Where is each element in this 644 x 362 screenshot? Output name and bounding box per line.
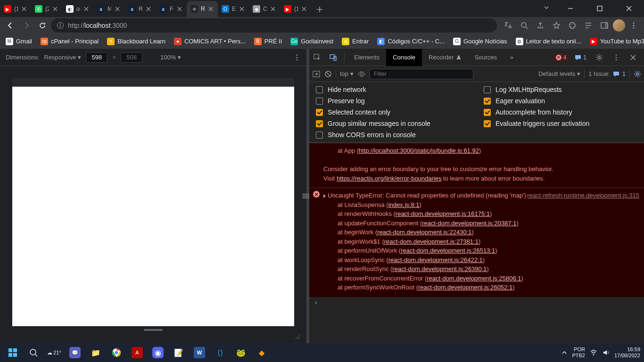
- error-count-badge[interactable]: ✕4: [552, 53, 570, 62]
- taskbar-chrome-icon[interactable]: [107, 345, 125, 360]
- bookmark-item[interactable]: ◧Códigos C/C++ - C...: [373, 35, 448, 48]
- window-close-button[interactable]: [619, 1, 639, 16]
- chrome-menu-icon[interactable]: [626, 18, 641, 33]
- devtools-close-icon[interactable]: [625, 49, 641, 66]
- bookmark-star-icon[interactable]: [549, 18, 564, 33]
- viewport-resize-handle[interactable]: [144, 329, 163, 331]
- taskbar-word-icon[interactable]: W: [190, 345, 208, 360]
- taskbar-search-icon[interactable]: [25, 345, 42, 360]
- browser-tab[interactable]: aFórum |: [156, 1, 187, 17]
- chk-selected-context[interactable]: Selected context only: [316, 108, 470, 116]
- tab-recorder[interactable]: Recorder: [422, 49, 468, 66]
- wifi-icon[interactable]: [590, 349, 597, 356]
- bookmark-item[interactable]: GoGorilainvest: [287, 35, 337, 48]
- issues-chip[interactable]: 1 Issue: 1: [588, 70, 626, 77]
- taskbar-teams-icon[interactable]: 💬: [66, 345, 84, 360]
- execution-context-select[interactable]: top ▾: [340, 70, 354, 77]
- chevron-down-icon[interactable]: [543, 4, 552, 13]
- responsive-mode-select[interactable]: Responsive ▾: [44, 54, 82, 61]
- volume-icon[interactable]: [602, 349, 610, 356]
- bookmark-item[interactable]: GGoogle Notícias: [449, 35, 511, 48]
- browser-tab[interactable]: OEmail – r: [218, 1, 249, 17]
- window-minimize-button[interactable]: [560, 1, 581, 16]
- bookmark-item[interactable]: ✎Blackboard Learn: [103, 35, 169, 48]
- taskbar-clock[interactable]: 16:5917/08/2022: [614, 346, 640, 359]
- forward-button[interactable]: [19, 18, 34, 33]
- side-panel-icon[interactable]: [597, 18, 612, 33]
- bookmark-item[interactable]: ◎Entrar: [338, 35, 372, 48]
- browser-tab[interactable]: ◐organo/: [62, 1, 93, 17]
- browser-tab[interactable]: aReact: de: [124, 1, 156, 17]
- stack-link[interactable]: react-dom.development.js:26390:1: [392, 265, 487, 272]
- start-button[interactable]: [4, 345, 22, 360]
- tab-close-icon[interactable]: [52, 6, 58, 12]
- tab-close-icon[interactable]: [83, 6, 90, 12]
- reload-button[interactable]: [35, 18, 50, 33]
- taskbar-weather[interactable]: ☁21°: [45, 345, 63, 360]
- chk-hide-network[interactable]: Hide network: [316, 86, 470, 93]
- browser-tab[interactable]: ⚛React Ap: [187, 1, 218, 17]
- stack-link[interactable]: http://localhost:3000/static/js/bundle.j…: [359, 147, 479, 154]
- taskbar-notepad-icon[interactable]: 📝: [170, 345, 188, 360]
- tab-sources[interactable]: Sources: [468, 49, 504, 66]
- stack-link[interactable]: react-dom.development.js:26422:1: [388, 256, 483, 263]
- console-sidebar-toggle-icon[interactable]: [312, 70, 321, 78]
- tab-console[interactable]: Console: [386, 49, 422, 66]
- tab-close-icon[interactable]: [239, 6, 245, 12]
- translate-icon[interactable]: [501, 18, 516, 33]
- reading-list-icon[interactable]: [581, 18, 596, 33]
- viewport-height-input[interactable]: [121, 52, 142, 63]
- taskbar-explorer-icon[interactable]: 📁: [87, 345, 105, 360]
- tab-close-icon[interactable]: [21, 6, 27, 12]
- stack-link[interactable]: react-dom.development.js:22430:1: [377, 229, 471, 236]
- viewport-width-input[interactable]: [86, 52, 107, 63]
- zoom-icon[interactable]: [517, 18, 532, 33]
- bookmark-item[interactable]: ◍Leitor de texto onli...: [512, 35, 585, 48]
- chk-eager-eval[interactable]: Eager evaluation: [484, 97, 637, 105]
- back-button[interactable]: [3, 18, 18, 33]
- device-toolbar-menu-icon[interactable]: [293, 54, 301, 61]
- chk-log-xhr[interactable]: Log XMLHttpRequests: [484, 86, 637, 93]
- tab-close-icon[interactable]: [114, 6, 121, 12]
- bookmark-item[interactable]: BPRÉ II: [250, 35, 286, 48]
- taskbar-app-icon[interactable]: 🐸: [232, 345, 250, 360]
- address-bar[interactable]: http://localhost:3000: [51, 18, 497, 33]
- tab-close-icon[interactable]: [270, 6, 276, 12]
- chk-show-cors[interactable]: Show CORS errors in console: [316, 131, 470, 139]
- browser-tab[interactable]: ▶(134) Re: [280, 1, 311, 17]
- clear-console-icon[interactable]: [324, 70, 332, 78]
- stack-link[interactable]: react-dom.development.js:27381:1: [384, 238, 479, 245]
- bookmark-item[interactable]: cpcPanel - Principal: [37, 35, 102, 48]
- browser-tab[interactable]: aMARCIO: [93, 1, 124, 17]
- zoom-select[interactable]: 100% ▾: [160, 54, 181, 61]
- chk-eval-triggers[interactable]: Evaluate triggers user activation: [484, 120, 637, 127]
- tab-close-icon[interactable]: [207, 6, 214, 12]
- stack-link[interactable]: index.js:8:1: [388, 201, 420, 208]
- emulated-viewport[interactable]: [12, 87, 294, 326]
- inspect-element-icon[interactable]: [309, 49, 325, 66]
- taskbar-app-icon[interactable]: ◆: [253, 345, 271, 360]
- bookmark-item[interactable]: ▶YouTube to Mp3 C...: [586, 35, 644, 48]
- site-info-icon[interactable]: [57, 22, 64, 29]
- console-settings-gear-icon[interactable]: [634, 70, 641, 78]
- tab-close-icon[interactable]: [145, 6, 152, 12]
- tab-close-icon[interactable]: [301, 6, 307, 12]
- tabs-overflow-icon[interactable]: »: [504, 49, 520, 66]
- tab-close-icon[interactable]: [176, 6, 183, 12]
- error-source-link[interactable]: react-refresh-runtime.development.js:315: [527, 191, 639, 200]
- window-maximize-button[interactable]: [589, 1, 610, 16]
- log-levels-select[interactable]: Default levels ▾: [538, 70, 580, 77]
- devtools-settings-icon[interactable]: [591, 49, 607, 66]
- chk-autocomplete[interactable]: Autocomplete from history: [484, 108, 637, 116]
- message-count-badge[interactable]: 1: [571, 53, 590, 62]
- toggle-device-toolbar-icon[interactable]: [325, 49, 341, 66]
- taskbar-language[interactable]: PORPTB2: [572, 346, 585, 359]
- browser-tab[interactable]: ✆(2) What: [31, 1, 62, 17]
- tray-overflow-icon[interactable]: [561, 350, 567, 355]
- profile-avatar[interactable]: [613, 19, 625, 32]
- live-expression-icon[interactable]: [357, 70, 366, 78]
- tab-elements[interactable]: Elements: [347, 49, 386, 66]
- taskbar-vscode-icon[interactable]: ⟨⟩: [211, 345, 229, 360]
- console-filter-input[interactable]: [370, 69, 473, 79]
- stack-link[interactable]: react-dom.development.js:26513:1: [401, 247, 495, 254]
